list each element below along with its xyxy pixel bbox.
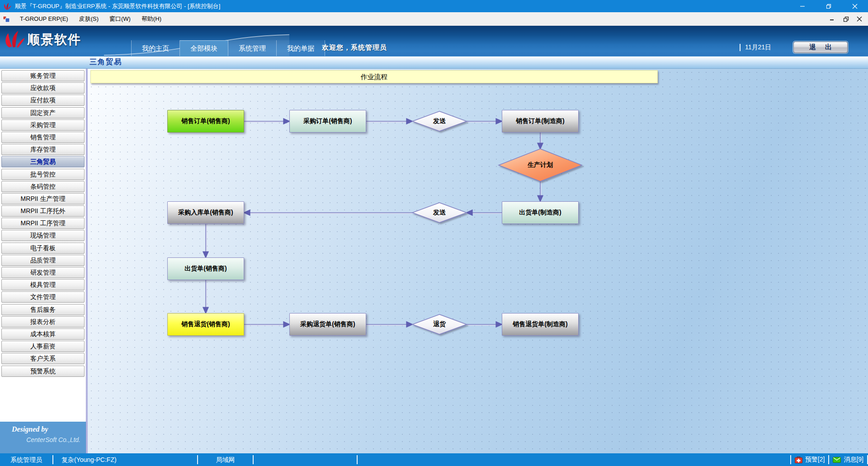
logo-fan-icon (5, 30, 24, 49)
app-logo-icon (3, 2, 11, 10)
current-date: 11月21日 (745, 43, 771, 52)
flow-node-shipment-manufacturer[interactable]: 出货单(制造商) (502, 201, 579, 224)
workflow-canvas: 作业流程 销售订单(销售商)采购订单(销售商)发送销售订单(制造商)生产计划出货… (88, 69, 868, 453)
statusbar-empty-cell (358, 453, 790, 466)
mdi-child-icon (3, 15, 10, 23)
statusbar-network: 局域网 (198, 453, 253, 466)
sidebar-item-14[interactable]: 电子看板 (1, 243, 85, 254)
date-display: 11月21日 (740, 43, 771, 52)
window-titlebar: 顺景『T-GROUP』制造业ERP系统 - 东莞顺景软件科技有限公司 - [系统… (0, 0, 868, 12)
alerts-label: 预警[2] (805, 456, 825, 464)
sidebar-item-0[interactable]: 账务管理 (1, 70, 85, 81)
sidebar-item-5[interactable]: 销售管理 (1, 132, 85, 143)
menu-item-2[interactable]: 窗口(W) (104, 12, 136, 26)
menu-item-0[interactable]: T-GROUP ERP(E) (14, 12, 74, 26)
sidebar-item-6[interactable]: 库存管理 (1, 144, 85, 155)
window-minimize-button[interactable] (789, 0, 816, 12)
flow-diamond-send-decision-2 (412, 203, 467, 223)
flow-diamond-production-plan (499, 149, 582, 181)
sidebar-item-2[interactable]: 应付款项 (1, 95, 85, 106)
sidebar-item-24[interactable]: 预警系统 (1, 366, 85, 377)
sidebar-item-22[interactable]: 人事薪资 (1, 341, 85, 352)
flow-node-purchase-receipt-seller[interactable]: 采购入库单(销售商) (167, 201, 244, 224)
menu-item-1[interactable]: 皮肤(S) (74, 12, 104, 26)
designed-by-text: Designed by (12, 425, 80, 433)
sidebar-item-9[interactable]: 条码管控 (1, 181, 85, 192)
sidebar-item-3[interactable]: 固定资产 (1, 107, 85, 119)
window-restore-button[interactable] (816, 0, 842, 12)
tab-1[interactable]: 全部模块 (180, 40, 228, 56)
flow-node-sales-return-seller[interactable]: 销售退货(销售商) (167, 313, 244, 336)
sidebar-items: 账务管理应收款项应付款项固定资产采购管理销售管理库存管理三角贸易批号管控条码管控… (0, 69, 86, 378)
sidebar-item-8[interactable]: 批号管控 (1, 169, 85, 180)
menu-item-3[interactable]: 帮助(H) (136, 12, 167, 26)
window-title: 顺景『T-GROUP』制造业ERP系统 - 东莞顺景软件科技有限公司 - [系统… (15, 2, 220, 10)
mdi-restore-button[interactable] (839, 12, 853, 26)
application-window: 顺景『T-GROUP』制造业ERP系统 - 东莞顺景软件科技有限公司 - [系统… (0, 0, 868, 466)
sidebar-item-12[interactable]: MRPII 工序管理 (1, 218, 85, 229)
sidebar-footer: Designed by CenterSoft Co.,Ltd. (0, 422, 86, 453)
flow-diamond-send-decision-1 (412, 111, 467, 131)
flow-node-purchase-return-seller[interactable]: 采购退货单(销售商) (289, 313, 366, 336)
sidebar-item-1[interactable]: 应收款项 (1, 82, 85, 94)
sidebar-item-21[interactable]: 成本核算 (1, 328, 85, 340)
flow-node-sales-return-manufacturer[interactable]: 销售退货单(制造商) (502, 313, 579, 336)
subheader-bar: 三角贸易 (0, 57, 868, 69)
mdi-close-button[interactable] (853, 12, 866, 26)
message-envelope-icon (833, 457, 841, 463)
sidebar-item-20[interactable]: 报表分析 (1, 316, 85, 328)
window-close-button[interactable] (842, 0, 868, 12)
sidebar-filler (0, 378, 86, 422)
window-controls (789, 0, 868, 12)
statusbar-alerts[interactable]: 预警[2] (791, 453, 829, 466)
alert-kit-icon (795, 456, 802, 463)
sidebar-item-11[interactable]: MRPII 工序托外 (1, 205, 85, 217)
sidebar-item-13[interactable]: 现场管理 (1, 230, 85, 241)
flow-node-shipment-seller[interactable]: 出货单(销售商) (167, 257, 244, 280)
statusbar: 系统管理员 复杂(Young-PC:FZ) 局域网 预警[2] (0, 453, 868, 466)
sidebar-item-19[interactable]: 售后服务 (1, 304, 85, 315)
tab-0[interactable]: 我的主页 (131, 40, 180, 56)
company-name-text: CenterSoft Co.,Ltd. (12, 436, 80, 443)
sidebar-item-18[interactable]: 文件管理 (1, 291, 85, 303)
current-module-title: 三角贸易 (90, 57, 122, 67)
statusbar-workstation: 复杂(Young-PC:FZ) (53, 453, 197, 466)
statusbar-user: 系统管理员 (0, 453, 52, 466)
flow-diamond-return-decision (412, 314, 467, 334)
mdi-controls (826, 12, 866, 26)
statusbar-empty-cell (254, 453, 357, 466)
banner: 顺景软件 我的主页全部模块系统管理我的单据 欢迎您，系统管理员 11月21日 退… (0, 26, 868, 57)
sidebar-item-10[interactable]: MRPII 生产管理 (1, 193, 85, 204)
banner-swoosh-decoration (0, 26, 868, 56)
flow-node-purchase-order-seller[interactable]: 采购订单(销售商) (289, 110, 366, 133)
mdi-minimize-button[interactable] (826, 12, 839, 26)
module-tabs: 我的主页全部模块系统管理我的单据 (131, 40, 325, 56)
app-logo: 顺景软件 (5, 30, 81, 49)
statusbar-messages[interactable]: 消息[9] (829, 453, 867, 466)
sidebar-item-4[interactable]: 采购管理 (1, 119, 85, 131)
tab-2[interactable]: 系统管理 (228, 40, 277, 56)
date-separator (740, 44, 741, 51)
flow-node-sales-order-seller[interactable]: 销售订单(销售商) (167, 110, 244, 133)
menu-items: T-GROUP ERP(E)皮肤(S)窗口(W)帮助(H) (14, 12, 167, 26)
tab-3[interactable]: 我的单据 (277, 40, 325, 56)
menubar: T-GROUP ERP(E)皮肤(S)窗口(W)帮助(H) (0, 12, 868, 26)
sidebar-item-16[interactable]: 研发管理 (1, 267, 85, 278)
module-sidebar: 账务管理应收款项应付款项固定资产采购管理销售管理库存管理三角贸易批号管控条码管控… (0, 69, 86, 453)
sidebar-item-7[interactable]: 三角贸易 (1, 156, 85, 167)
flow-node-sales-order-manufacturer[interactable]: 销售订单(制造商) (502, 110, 579, 133)
welcome-text: 欢迎您，系统管理员 (322, 43, 387, 52)
logo-text: 顺景软件 (27, 31, 81, 48)
sidebar-item-15[interactable]: 品质管理 (1, 255, 85, 266)
sidebar-item-23[interactable]: 客户关系 (1, 353, 85, 364)
messages-label: 消息[9] (844, 456, 863, 464)
sidebar-item-17[interactable]: 模具管理 (1, 279, 85, 290)
exit-button[interactable]: 退 出 (793, 42, 848, 53)
